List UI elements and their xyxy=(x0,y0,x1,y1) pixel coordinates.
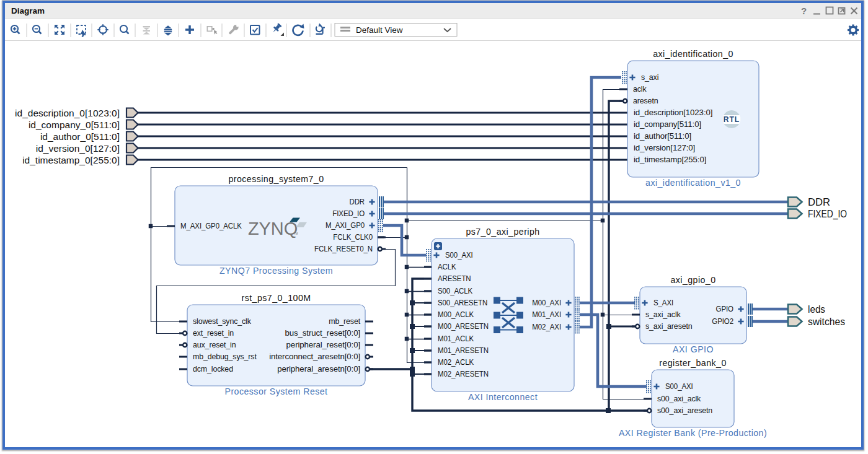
svg-text:mb_debug_sys_rst: mb_debug_sys_rst xyxy=(193,352,257,361)
svg-text:DDR: DDR xyxy=(808,197,830,207)
svg-text:AXI GPIO: AXI GPIO xyxy=(673,344,714,354)
svg-text:S00_AXI: S00_AXI xyxy=(665,382,693,391)
svg-text:S00_ACLK: S00_ACLK xyxy=(438,287,473,295)
svg-text:ACLK: ACLK xyxy=(438,263,456,271)
svg-text:aux_reset_in: aux_reset_in xyxy=(193,341,236,349)
svg-text:rst_ps7_0_100M: rst_ps7_0_100M xyxy=(242,293,311,303)
svg-text:M01_AXI: M01_AXI xyxy=(532,310,561,319)
svg-text:s_axi_aresetn: s_axi_aresetn xyxy=(645,322,693,331)
svg-text:s_axi_aclk: s_axi_aclk xyxy=(645,310,681,319)
svg-text:TM: TM xyxy=(294,232,298,235)
svg-text:id_version[127:0]: id_version[127:0] xyxy=(634,144,695,152)
svg-text:M00_AXI: M00_AXI xyxy=(532,299,561,307)
svg-text:ps7_0_axi_periph: ps7_0_axi_periph xyxy=(466,227,539,237)
svg-text:FIXED_IO: FIXED_IO xyxy=(808,209,847,220)
svg-text:id_description[1023:0]: id_description[1023:0] xyxy=(634,108,712,117)
svg-text:id_author_0[511:0]: id_author_0[511:0] xyxy=(40,131,120,142)
svg-text:slowest_sync_clk: slowest_sync_clk xyxy=(193,317,252,326)
svg-text:M_AXI_GP0: M_AXI_GP0 xyxy=(326,221,365,230)
svg-text:mb_reset: mb_reset xyxy=(329,317,360,326)
svg-text:M02_AXI: M02_AXI xyxy=(532,323,561,331)
svg-text:M02_ARESETN: M02_ARESETN xyxy=(438,370,489,378)
svg-text:id_company_0[511:0]: id_company_0[511:0] xyxy=(29,120,120,130)
svg-text:DDR: DDR xyxy=(350,198,365,206)
svg-text:peripheral_aresetn[0:0]: peripheral_aresetn[0:0] xyxy=(277,365,360,373)
svg-text:GPIO: GPIO xyxy=(716,305,734,313)
svg-text:id_version_0[127:0]: id_version_0[127:0] xyxy=(36,143,120,154)
svg-text:M_AXI_GP0_ACLK: M_AXI_GP0_ACLK xyxy=(180,222,242,230)
svg-text:S_AXI: S_AXI xyxy=(653,299,673,307)
svg-text:M01_ACLK: M01_ACLK xyxy=(438,334,474,343)
svg-text:M00_ARESETN: M00_ARESETN xyxy=(438,322,489,331)
svg-text:id_company[511:0]: id_company[511:0] xyxy=(634,120,701,129)
svg-text:aclk: aclk xyxy=(633,85,647,94)
svg-text:GPIO2: GPIO2 xyxy=(712,317,733,326)
svg-text:axi_gpio_0: axi_gpio_0 xyxy=(670,275,715,285)
svg-text:ext_reset_in: ext_reset_in xyxy=(193,329,234,338)
svg-text:M00_ACLK: M00_ACLK xyxy=(438,310,474,319)
svg-text:s00_axi_aclk: s00_axi_aclk xyxy=(657,395,701,403)
svg-text:id_timestamp[255:0]: id_timestamp[255:0] xyxy=(634,155,706,164)
svg-text:axi_identification_v1_0: axi_identification_v1_0 xyxy=(645,178,741,188)
svg-text:id_description_0[1023:0]: id_description_0[1023:0] xyxy=(15,108,120,118)
svg-text:M02_ACLK: M02_ACLK xyxy=(438,358,474,367)
svg-text:id_author[511:0]: id_author[511:0] xyxy=(634,132,691,141)
svg-text:interconnect_aresetn[0:0]: interconnect_aresetn[0:0] xyxy=(269,352,360,361)
svg-text:processing_system7_0: processing_system7_0 xyxy=(228,174,324,184)
svg-text:FIXED_IO: FIXED_IO xyxy=(332,209,365,218)
svg-text:AXI Interconnect: AXI Interconnect xyxy=(468,392,538,402)
svg-text:ARESETN: ARESETN xyxy=(438,274,471,283)
svg-text:aresetn: aresetn xyxy=(633,97,658,105)
svg-text:Default View: Default View xyxy=(356,25,403,35)
svg-text:S00_AXI: S00_AXI xyxy=(445,251,473,260)
svg-text:?: ? xyxy=(801,6,807,16)
svg-text:M01_ARESETN: M01_ARESETN xyxy=(438,346,489,355)
svg-text:ZYNQ7 Processing System: ZYNQ7 Processing System xyxy=(219,266,333,276)
svg-text:Processor System Reset: Processor System Reset xyxy=(224,386,327,396)
svg-text:S00_ARESETN: S00_ARESETN xyxy=(438,299,487,307)
svg-text:FCLK_RESET0_N: FCLK_RESET0_N xyxy=(314,245,373,253)
svg-text:leds: leds xyxy=(808,304,825,315)
svg-text:peripheral_reset[0:0]: peripheral_reset[0:0] xyxy=(286,341,360,349)
svg-text:id_timestamp_0[255:0]: id_timestamp_0[255:0] xyxy=(22,155,120,165)
svg-text:bus_struct_reset[0:0]: bus_struct_reset[0:0] xyxy=(285,329,361,338)
svg-text:AXI Register Bank (Pre-Product: AXI Register Bank (Pre-Production) xyxy=(619,428,767,438)
svg-text:switches: switches xyxy=(808,316,845,327)
svg-text:RTL: RTL xyxy=(724,115,740,124)
svg-text:axi_identification_0: axi_identification_0 xyxy=(653,49,733,59)
svg-text:FCLK_CLK0: FCLK_CLK0 xyxy=(333,233,373,242)
svg-text:s00_axi_aresetn: s00_axi_aresetn xyxy=(657,406,712,415)
svg-text:s_axi: s_axi xyxy=(641,73,658,82)
svg-text:register_bank_0: register_bank_0 xyxy=(659,358,727,368)
svg-text:dcm_locked: dcm_locked xyxy=(193,365,233,373)
